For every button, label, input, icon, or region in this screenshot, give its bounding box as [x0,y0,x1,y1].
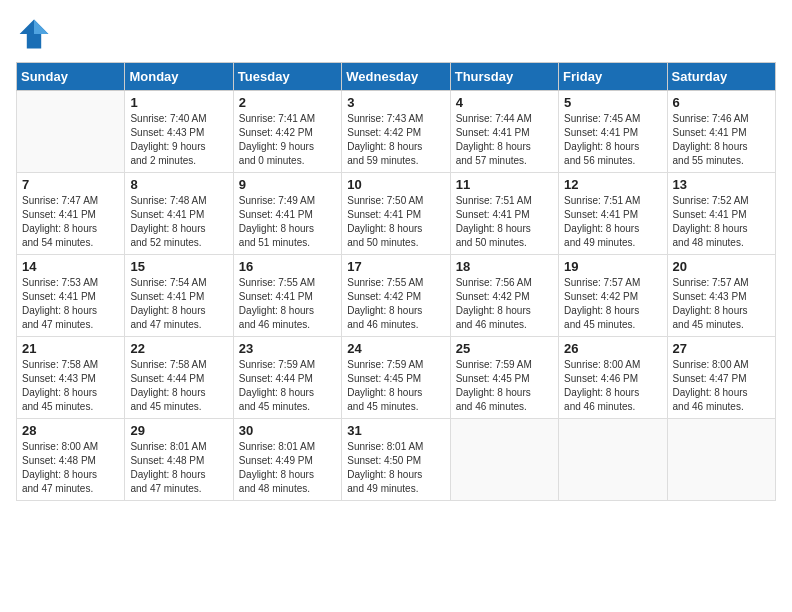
cell-info: Sunrise: 7:59 AM Sunset: 4:45 PM Dayligh… [347,358,444,414]
day-number: 4 [456,95,553,110]
day-number: 8 [130,177,227,192]
day-number: 18 [456,259,553,274]
cell-info: Sunrise: 7:57 AM Sunset: 4:43 PM Dayligh… [673,276,770,332]
day-header-thursday: Thursday [450,63,558,91]
calendar-cell: 20Sunrise: 7:57 AM Sunset: 4:43 PM Dayli… [667,255,775,337]
calendar-cell: 1Sunrise: 7:40 AM Sunset: 4:43 PM Daylig… [125,91,233,173]
cell-info: Sunrise: 7:56 AM Sunset: 4:42 PM Dayligh… [456,276,553,332]
calendar-cell: 8Sunrise: 7:48 AM Sunset: 4:41 PM Daylig… [125,173,233,255]
day-number: 29 [130,423,227,438]
cell-info: Sunrise: 7:58 AM Sunset: 4:44 PM Dayligh… [130,358,227,414]
page-header [16,16,776,52]
day-header-friday: Friday [559,63,667,91]
calendar-week-row: 28Sunrise: 8:00 AM Sunset: 4:48 PM Dayli… [17,419,776,501]
day-number: 20 [673,259,770,274]
calendar-cell: 9Sunrise: 7:49 AM Sunset: 4:41 PM Daylig… [233,173,341,255]
calendar-cell: 24Sunrise: 7:59 AM Sunset: 4:45 PM Dayli… [342,337,450,419]
calendar-cell: 23Sunrise: 7:59 AM Sunset: 4:44 PM Dayli… [233,337,341,419]
calendar-table: SundayMondayTuesdayWednesdayThursdayFrid… [16,62,776,501]
calendar-cell: 5Sunrise: 7:45 AM Sunset: 4:41 PM Daylig… [559,91,667,173]
cell-info: Sunrise: 8:00 AM Sunset: 4:48 PM Dayligh… [22,440,119,496]
day-number: 3 [347,95,444,110]
cell-info: Sunrise: 7:41 AM Sunset: 4:42 PM Dayligh… [239,112,336,168]
day-header-tuesday: Tuesday [233,63,341,91]
day-header-wednesday: Wednesday [342,63,450,91]
calendar-cell: 11Sunrise: 7:51 AM Sunset: 4:41 PM Dayli… [450,173,558,255]
calendar-cell: 22Sunrise: 7:58 AM Sunset: 4:44 PM Dayli… [125,337,233,419]
day-number: 6 [673,95,770,110]
cell-info: Sunrise: 8:01 AM Sunset: 4:48 PM Dayligh… [130,440,227,496]
day-number: 17 [347,259,444,274]
day-number: 16 [239,259,336,274]
day-number: 13 [673,177,770,192]
cell-info: Sunrise: 7:57 AM Sunset: 4:42 PM Dayligh… [564,276,661,332]
calendar-week-row: 14Sunrise: 7:53 AM Sunset: 4:41 PM Dayli… [17,255,776,337]
cell-info: Sunrise: 8:01 AM Sunset: 4:49 PM Dayligh… [239,440,336,496]
calendar-cell [559,419,667,501]
calendar-cell: 26Sunrise: 8:00 AM Sunset: 4:46 PM Dayli… [559,337,667,419]
calendar-body: 1Sunrise: 7:40 AM Sunset: 4:43 PM Daylig… [17,91,776,501]
cell-info: Sunrise: 7:43 AM Sunset: 4:42 PM Dayligh… [347,112,444,168]
calendar-cell: 28Sunrise: 8:00 AM Sunset: 4:48 PM Dayli… [17,419,125,501]
day-number: 24 [347,341,444,356]
calendar-cell: 25Sunrise: 7:59 AM Sunset: 4:45 PM Dayli… [450,337,558,419]
cell-info: Sunrise: 7:51 AM Sunset: 4:41 PM Dayligh… [456,194,553,250]
cell-info: Sunrise: 7:55 AM Sunset: 4:42 PM Dayligh… [347,276,444,332]
day-number: 31 [347,423,444,438]
calendar-week-row: 1Sunrise: 7:40 AM Sunset: 4:43 PM Daylig… [17,91,776,173]
day-number: 2 [239,95,336,110]
calendar-cell: 12Sunrise: 7:51 AM Sunset: 4:41 PM Dayli… [559,173,667,255]
day-number: 12 [564,177,661,192]
calendar-cell: 6Sunrise: 7:46 AM Sunset: 4:41 PM Daylig… [667,91,775,173]
calendar-cell: 10Sunrise: 7:50 AM Sunset: 4:41 PM Dayli… [342,173,450,255]
day-number: 15 [130,259,227,274]
calendar-cell: 4Sunrise: 7:44 AM Sunset: 4:41 PM Daylig… [450,91,558,173]
calendar-cell: 17Sunrise: 7:55 AM Sunset: 4:42 PM Dayli… [342,255,450,337]
day-number: 9 [239,177,336,192]
cell-info: Sunrise: 7:49 AM Sunset: 4:41 PM Dayligh… [239,194,336,250]
day-number: 21 [22,341,119,356]
day-header-sunday: Sunday [17,63,125,91]
day-number: 22 [130,341,227,356]
calendar-cell: 30Sunrise: 8:01 AM Sunset: 4:49 PM Dayli… [233,419,341,501]
day-number: 11 [456,177,553,192]
calendar-cell [450,419,558,501]
calendar-week-row: 21Sunrise: 7:58 AM Sunset: 4:43 PM Dayli… [17,337,776,419]
calendar-cell: 13Sunrise: 7:52 AM Sunset: 4:41 PM Dayli… [667,173,775,255]
calendar-cell: 18Sunrise: 7:56 AM Sunset: 4:42 PM Dayli… [450,255,558,337]
day-number: 28 [22,423,119,438]
calendar-cell: 2Sunrise: 7:41 AM Sunset: 4:42 PM Daylig… [233,91,341,173]
cell-info: Sunrise: 7:53 AM Sunset: 4:41 PM Dayligh… [22,276,119,332]
cell-info: Sunrise: 7:59 AM Sunset: 4:44 PM Dayligh… [239,358,336,414]
cell-info: Sunrise: 8:01 AM Sunset: 4:50 PM Dayligh… [347,440,444,496]
cell-info: Sunrise: 8:00 AM Sunset: 4:47 PM Dayligh… [673,358,770,414]
calendar-cell: 27Sunrise: 8:00 AM Sunset: 4:47 PM Dayli… [667,337,775,419]
calendar-cell: 16Sunrise: 7:55 AM Sunset: 4:41 PM Dayli… [233,255,341,337]
cell-info: Sunrise: 7:47 AM Sunset: 4:41 PM Dayligh… [22,194,119,250]
day-header-monday: Monday [125,63,233,91]
cell-info: Sunrise: 7:54 AM Sunset: 4:41 PM Dayligh… [130,276,227,332]
day-number: 14 [22,259,119,274]
cell-info: Sunrise: 7:55 AM Sunset: 4:41 PM Dayligh… [239,276,336,332]
cell-info: Sunrise: 7:52 AM Sunset: 4:41 PM Dayligh… [673,194,770,250]
cell-info: Sunrise: 7:45 AM Sunset: 4:41 PM Dayligh… [564,112,661,168]
calendar-cell: 21Sunrise: 7:58 AM Sunset: 4:43 PM Dayli… [17,337,125,419]
calendar-cell: 15Sunrise: 7:54 AM Sunset: 4:41 PM Dayli… [125,255,233,337]
calendar-cell: 19Sunrise: 7:57 AM Sunset: 4:42 PM Dayli… [559,255,667,337]
calendar-cell: 7Sunrise: 7:47 AM Sunset: 4:41 PM Daylig… [17,173,125,255]
day-header-saturday: Saturday [667,63,775,91]
day-number: 27 [673,341,770,356]
calendar-cell: 31Sunrise: 8:01 AM Sunset: 4:50 PM Dayli… [342,419,450,501]
day-number: 19 [564,259,661,274]
day-number: 1 [130,95,227,110]
cell-info: Sunrise: 7:58 AM Sunset: 4:43 PM Dayligh… [22,358,119,414]
cell-info: Sunrise: 7:59 AM Sunset: 4:45 PM Dayligh… [456,358,553,414]
day-number: 5 [564,95,661,110]
calendar-cell: 14Sunrise: 7:53 AM Sunset: 4:41 PM Dayli… [17,255,125,337]
cell-info: Sunrise: 7:40 AM Sunset: 4:43 PM Dayligh… [130,112,227,168]
calendar-cell [667,419,775,501]
calendar-cell: 3Sunrise: 7:43 AM Sunset: 4:42 PM Daylig… [342,91,450,173]
calendar-cell [17,91,125,173]
svg-marker-1 [34,20,48,34]
calendar-week-row: 7Sunrise: 7:47 AM Sunset: 4:41 PM Daylig… [17,173,776,255]
